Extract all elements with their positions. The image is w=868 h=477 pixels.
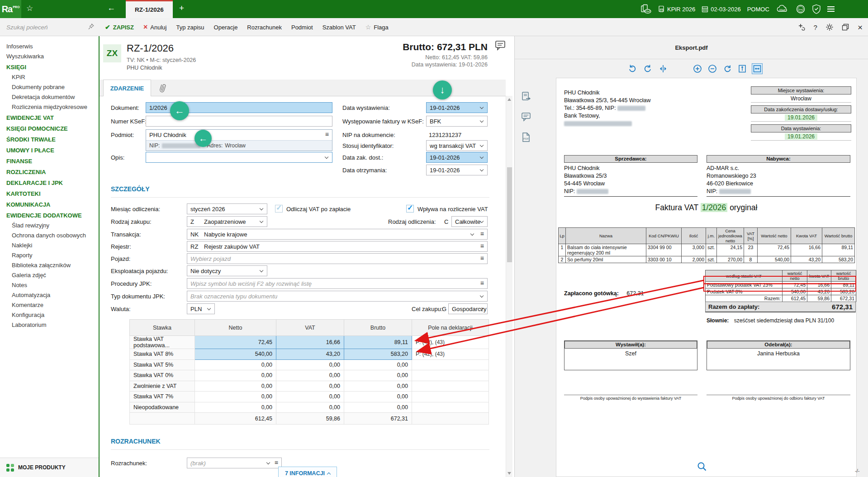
- menu-rozrachunek[interactable]: Rozrachunek: [247, 24, 282, 31]
- document-tab[interactable]: RZ-1/2026: [126, 0, 173, 18]
- sidebar-item-komentarze[interactable]: Komentarze: [0, 300, 99, 310]
- favorites-star-icon[interactable]: ☆: [26, 4, 33, 13]
- waluta-select[interactable]: PLN: [187, 303, 215, 314]
- form-scrollbar[interactable]: [506, 96, 512, 477]
- menu-szablon-vat[interactable]: Szablon VAT: [323, 24, 356, 31]
- fit-width-icon[interactable]: [752, 63, 763, 74]
- sidebar-section-finanse[interactable]: FINANSE: [0, 156, 99, 166]
- main-menu-icon[interactable]: [827, 5, 835, 13]
- sidebar-item-infoserwis[interactable]: Infoserwis: [0, 42, 99, 52]
- list-icon[interactable]: ≡: [480, 279, 484, 287]
- sidebar-section-ksiegi-pomocnicze[interactable]: KSIĘGI POMOCNICZE: [0, 124, 99, 134]
- procedury-jpk-field[interactable]: Wpisz symbol lub wciśnij F2 aby rozwinąć…: [187, 278, 488, 289]
- sidebar-item-rozliczenia-miedzy[interactable]: Rozliczenia międzyokresowe: [0, 102, 99, 112]
- list-icon[interactable]: ≡: [480, 230, 484, 237]
- app-date-selector[interactable]: 02-03-2026: [702, 6, 741, 13]
- flag-button[interactable]: ☆Flaga: [365, 24, 389, 31]
- col-brutto[interactable]: Brutto: [344, 320, 412, 336]
- sidebar-section-rozliczenia[interactable]: ROZLICZENIA: [0, 167, 99, 177]
- paperclip-icon[interactable]: [157, 83, 167, 94]
- sidebar-item-wyszukiwarka[interactable]: Wyszukiwarka: [0, 52, 99, 61]
- vat-row-7[interactable]: Stawka VAT 7%0,000,000,00: [130, 392, 489, 402]
- sidebar-item-ochrona-danych[interactable]: Ochrona danych osobowych: [0, 231, 99, 241]
- menu-podmiot[interactable]: Podmiot: [291, 24, 313, 31]
- insert-badge-icon[interactable]: Ins: [796, 4, 806, 14]
- back-arrow-icon[interactable]: ←: [107, 3, 115, 13]
- search-magnifier-icon[interactable]: [697, 461, 707, 472]
- vat-row-nieopodatkowane[interactable]: Nieopodatkowane0,000,000,00: [130, 402, 489, 413]
- sidebar-item-konfiguracja[interactable]: Konfiguracja: [0, 310, 99, 320]
- sidebar-section-srodki-trwale[interactable]: ŚRODKI TRWAŁE: [0, 135, 99, 145]
- rodzaj-zakupu-select[interactable]: ZZaopatrzeniowe: [187, 216, 267, 227]
- rotate-right-icon[interactable]: [642, 63, 653, 74]
- sidebar-section-ksiegi[interactable]: KSIĘGI: [0, 62, 99, 72]
- zoom-out-icon[interactable]: [707, 63, 718, 74]
- ksef-occurrence-field[interactable]: BFK: [426, 116, 488, 127]
- sidebar-item-laboratorium[interactable]: Laboratorium: [0, 320, 99, 330]
- search-input[interactable]: [0, 18, 82, 36]
- wplywa-vat-checkbox[interactable]: ✓: [406, 205, 414, 213]
- refresh-icon[interactable]: [722, 63, 733, 74]
- odliczaj-vat-checkbox[interactable]: ✓: [275, 205, 283, 213]
- zoom-in-icon[interactable]: [692, 63, 703, 74]
- comments-icon[interactable]: [495, 40, 506, 51]
- pin-icon[interactable]: [88, 24, 94, 30]
- scroll-down-arrow[interactable]: [508, 472, 511, 475]
- identyfikator-field[interactable]: wg transakcji VAT: [426, 140, 488, 151]
- sidebar-item-naklejki[interactable]: Naklejki: [0, 241, 99, 250]
- new-tab-button[interactable]: +: [179, 3, 184, 13]
- close-icon[interactable]: ×: [858, 23, 863, 32]
- podmiot-field[interactable]: PHU Chłodnik≡ NIP: • Adres: Wrocław: [146, 129, 332, 151]
- comment-bubble-icon[interactable]: [521, 112, 532, 123]
- sidebar-section-ewidencje-vat[interactable]: EWIDENCJE VAT: [0, 113, 99, 123]
- col-netto[interactable]: Netto: [195, 320, 276, 336]
- app-logo[interactable]: RaPRO: [0, 0, 21, 18]
- data-zak-field[interactable]: 19-01-2026: [426, 152, 488, 163]
- sidebar-item-raporty[interactable]: Raporty: [0, 250, 99, 260]
- col-vat[interactable]: VAT: [276, 320, 344, 336]
- ksef-documents-icon[interactable]: KSeF: [640, 4, 652, 14]
- sidebar-section-kartoteki[interactable]: KARTOTEKI: [0, 189, 99, 199]
- opis-field[interactable]: [146, 152, 332, 163]
- list-icon[interactable]: ≡: [480, 255, 484, 262]
- rozrachunek-field[interactable]: (brak)≡: [187, 458, 282, 468]
- gear-icon[interactable]: [826, 24, 833, 31]
- col-stawka[interactable]: Stawka: [130, 320, 195, 336]
- eksploatacja-select[interactable]: Nie dotyczy: [187, 265, 267, 276]
- sidebar-item-dokumenty-pobrane[interactable]: Dokumenty pobrane: [0, 82, 99, 92]
- pdf-file-icon[interactable]: PDF: [521, 132, 532, 143]
- data-wystawienia-field[interactable]: 19-01-2026: [426, 102, 488, 113]
- rodzaj-odliczenia-select[interactable]: Całkowite: [451, 216, 488, 227]
- rotate-left-icon[interactable]: [627, 63, 638, 74]
- ksef-cloud-icon[interactable]: KSeF: [776, 5, 789, 14]
- my-products-button[interactable]: MOJE PRODUKTY: [0, 458, 99, 477]
- sidebar-section-komunikacja[interactable]: KOMUNIKACJA: [0, 200, 99, 210]
- period-selector[interactable]: 1 KPiR 2026: [658, 5, 695, 13]
- rejestr-field[interactable]: RZRejestr zakupów VAT≡: [187, 241, 488, 252]
- vat-row-0[interactable]: Stawka VAT 0%0,000,000,00: [130, 370, 489, 381]
- add-window-icon[interactable]: [798, 24, 805, 31]
- informacje-button[interactable]: 7 INFORMACJI: [278, 467, 337, 477]
- sidebar-item-slad-rewizyjny[interactable]: Ślad rewizyjny: [0, 221, 99, 231]
- help-menu[interactable]: POMOC: [747, 6, 769, 13]
- sidebar-item-biblioteka[interactable]: Biblioteka załączników: [0, 260, 99, 270]
- flip-view-icon[interactable]: [658, 63, 669, 74]
- vat-row-podstawowa[interactable]: Stawka VAT podstawowa... 72,45 16,66 89,…: [130, 336, 489, 349]
- transakcja-field[interactable]: NKNabycie krajowe≡: [187, 229, 488, 240]
- sidebar-item-notes[interactable]: Notes: [0, 280, 99, 290]
- pojazd-field[interactable]: Wybierz pojazd≡: [187, 253, 488, 264]
- vat-row-8[interactable]: Stawka VAT 8% 540,00 43,20 583,20 P: (42…: [130, 349, 489, 360]
- sidebar-section-ewidencje-dodatkowe[interactable]: EWIDENCJE DODATKOWE: [0, 211, 99, 221]
- save-button[interactable]: ✔ZAPISZ: [105, 24, 134, 31]
- scroll-up-arrow[interactable]: [508, 98, 511, 101]
- miesiac-select[interactable]: styczeń 2026: [187, 203, 267, 214]
- fit-height-icon[interactable]: [737, 63, 748, 74]
- sidebar-item-dekretacja[interactable]: Dekretacja dokumentów: [0, 92, 99, 102]
- sidebar-item-automatyzacja[interactable]: Automatyzacja: [0, 290, 99, 300]
- vat-row-zwolnienie[interactable]: Zwolnienie z VAT0,000,000,00: [130, 381, 489, 392]
- export-page-icon[interactable]: [521, 91, 532, 102]
- sidebar-section-deklaracje-jpk[interactable]: DEKLARACJE I JPK: [0, 178, 99, 188]
- vat-row-5[interactable]: Stawka VAT 5%0,000,000,00: [130, 359, 489, 370]
- list-icon[interactable]: ≡: [325, 131, 329, 138]
- menu-operacje[interactable]: Operacje: [214, 24, 238, 31]
